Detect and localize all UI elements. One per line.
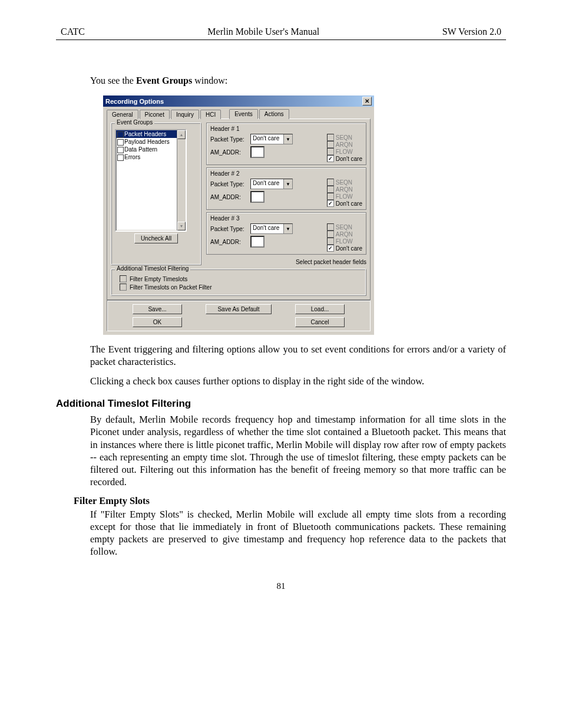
packet-type-label: Packet Type: (210, 226, 247, 232)
additional-legend: Additional Timeslot Filtering (115, 265, 190, 272)
event-groups-legend: Event Groups (115, 119, 154, 126)
paragraph-3: By default, Merlin Mobile records freque… (90, 413, 506, 488)
chevron-down-icon[interactable]: ▼ (283, 179, 292, 189)
list-scrollbar[interactable]: ▴ ▾ (177, 130, 186, 230)
load-button[interactable]: Load... (295, 304, 345, 314)
header-2-flags: SEQN ARQN FLOW ✓Don't care (327, 179, 362, 207)
tabs-right-group: Events Actions (229, 109, 289, 119)
arqn-check[interactable]: ARQN (327, 186, 362, 193)
titlebar[interactable]: Recording Options ✕ (103, 95, 374, 107)
am-addr-input-2[interactable] (250, 191, 265, 203)
am-addr-input-3[interactable] (250, 236, 265, 248)
events-panel: Event Groups Packet Headers Payload Head… (107, 118, 371, 300)
seqn-check[interactable]: SEQN (327, 134, 362, 141)
combo-value: Don't care (251, 224, 283, 233)
header-center: Merlin Mobile User's Manual (207, 27, 319, 37)
event-groups-list[interactable]: Packet Headers Payload Headers Data Patt… (115, 129, 187, 232)
arqn-check[interactable]: ARQN (327, 141, 362, 148)
packet-type-label: Packet Type: (210, 181, 247, 187)
ok-button[interactable]: OK (133, 317, 182, 327)
flow-check[interactable]: FLOW (327, 148, 362, 155)
header-1-title: Header # 1 (210, 126, 362, 132)
header-3-flags: SEQN ARQN FLOW ✓Don't care (327, 223, 362, 252)
dontcare-check[interactable]: ✓Don't care (327, 155, 362, 162)
flow-check[interactable]: FLOW (327, 238, 362, 245)
intro-post: window: (192, 75, 227, 85)
page-number: 81 (56, 581, 506, 591)
header-2-group: Header # 2 Packet Type: Don't care ▼ (206, 167, 366, 210)
am-addr-label: AM_ADDR: (210, 149, 247, 156)
cancel-button[interactable]: Cancel (295, 317, 345, 327)
combo-value: Don't care (251, 134, 283, 144)
packet-type-combo-1[interactable]: Don't care ▼ (250, 134, 293, 144)
intro-pre: You see the (90, 75, 136, 85)
dontcare-check[interactable]: ✓Don't care (327, 200, 362, 207)
tab-piconet[interactable]: Piconet (140, 110, 170, 119)
dialog-buttons: Save... OK Save As Default Load... Cance… (107, 300, 371, 331)
uncheck-all-button[interactable]: Uncheck All (134, 233, 178, 243)
heading-additional: Additional Timeslot Filtering (56, 398, 506, 410)
scroll-up-icon[interactable]: ▴ (177, 130, 186, 139)
save-default-button[interactable]: Save As Default (206, 304, 272, 314)
chevron-down-icon[interactable]: ▼ (283, 134, 292, 144)
combo-value: Don't care (251, 179, 283, 189)
paragraph-2: Clicking a check box causes further opti… (90, 375, 506, 387)
header-2-title: Header # 2 (210, 170, 362, 177)
packet-type-combo-2[interactable]: Don't care ▼ (250, 179, 293, 189)
tab-general[interactable]: General (107, 110, 138, 119)
intro-line: You see the Event Groups window: (90, 75, 506, 86)
recording-options-window: Recording Options ✕ General Piconet Inqu… (103, 95, 374, 335)
header-right: SW Version 2.0 (442, 27, 501, 37)
filter-timeslots-packet-check[interactable]: Filter Timeslots on Packet Filter (120, 284, 362, 291)
window-title: Recording Options (105, 98, 164, 105)
tab-actions[interactable]: Actions (259, 109, 289, 119)
paragraph-4: If "Filter Empty Slots" is checked, Merl… (90, 508, 506, 558)
paragraph-1: The Event triggering and filtering optio… (90, 343, 506, 368)
seqn-check[interactable]: SEQN (327, 223, 362, 230)
list-item-data-pattern[interactable]: Data Pattern (116, 146, 186, 153)
packet-type-combo-3[interactable]: Don't care ▼ (250, 223, 293, 234)
tabs-left-group: General Piconet Inquiry HCI (107, 110, 221, 119)
scroll-down-icon[interactable]: ▾ (177, 222, 186, 230)
header-3-title: Header # 3 (210, 215, 362, 222)
am-addr-label: AM_ADDR: (210, 239, 247, 245)
seqn-check[interactable]: SEQN (327, 179, 362, 186)
header-1-flags: SEQN ARQN FLOW ✓Don't care (327, 134, 362, 162)
header-1-group: Header # 1 Packet Type: Don't care ▼ (206, 123, 366, 165)
additional-filtering-box: Additional Timeslot Filtering Filter Emp… (111, 269, 366, 296)
am-addr-input-1[interactable] (250, 146, 265, 158)
chevron-down-icon[interactable]: ▼ (283, 224, 292, 233)
header-left: CATC (61, 27, 85, 37)
header-3-group: Header # 3 Packet Type: Don't care ▼ (206, 212, 366, 255)
filter-empty-timeslots-check[interactable]: Filter Empty Timeslots (120, 275, 362, 282)
subheading-filter-empty: Filter Empty Slots (74, 495, 506, 507)
list-item-packet-headers[interactable]: Packet Headers (116, 130, 186, 138)
arqn-check[interactable]: ARQN (327, 230, 362, 238)
close-icon[interactable]: ✕ (362, 97, 372, 106)
packet-type-label: Packet Type: (210, 136, 247, 143)
page-header: CATC Merlin Mobile User's Manual SW Vers… (56, 27, 506, 40)
intro-bold: Event Groups (136, 75, 192, 85)
tab-hci[interactable]: HCI (200, 110, 221, 119)
headers-column: Header # 1 Packet Type: Don't care ▼ (206, 123, 366, 265)
tab-events[interactable]: Events (229, 109, 258, 119)
list-item-payload-headers[interactable]: Payload Headers (116, 138, 186, 146)
list-item-errors[interactable]: Errors (116, 153, 186, 161)
tab-inquiry[interactable]: Inquiry (171, 110, 199, 119)
select-fields-link[interactable]: Select packet header fields (206, 257, 366, 265)
dontcare-check[interactable]: ✓Don't care (327, 245, 362, 252)
event-groups-box: Event Groups Packet Headers Payload Head… (111, 123, 201, 265)
am-addr-label: AM_ADDR: (210, 194, 247, 200)
flow-check[interactable]: FLOW (327, 193, 362, 200)
save-button[interactable]: Save... (133, 304, 182, 314)
